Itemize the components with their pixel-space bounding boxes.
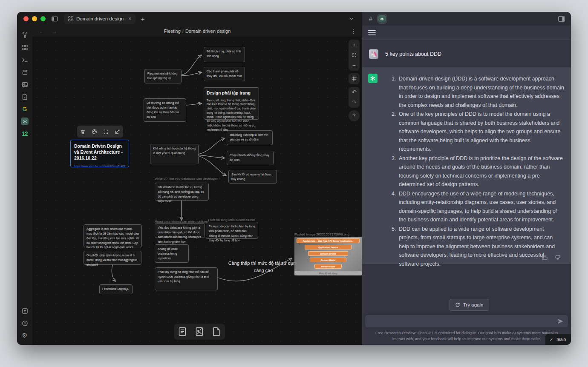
try-again-button[interactable]: Try again <box>450 299 489 311</box>
canvas-node[interactable]: Ghi database là một tác vụ tương đối nặn… <box>155 183 209 201</box>
chatgpt-avatar-icon <box>368 74 378 83</box>
nav-back-icon[interactable]: ← <box>39 28 45 34</box>
graph-icon[interactable] <box>20 31 29 39</box>
media-document-icon[interactable] <box>195 327 204 336</box>
tab-list-chevron-icon[interactable] <box>349 16 354 21</box>
canvas-node-design[interactable]: Design phải tập trung Tạo sự rõ ràng, th… <box>204 87 259 120</box>
node-toolbar <box>77 126 123 138</box>
insert-toolbar <box>174 324 225 340</box>
whiteboard-canvas[interactable]: Requirement sẽ không bao giờ ngừng lại Đ… <box>32 37 362 345</box>
canvas-node[interactable]: Aggregate là một nhóm các model, mục đíc… <box>84 224 142 247</box>
canvas-annotation[interactable]: Càng thấp thì mức độ tái sử dụng càng ca… <box>225 260 302 274</box>
zoom-controls: + − <box>349 40 360 71</box>
node-file-label: Write dữ liệu vào database cần developer… <box>155 177 219 181</box>
page-menu-icon[interactable]: ⋮ <box>351 28 356 34</box>
chat-footer-disclaimer: Free Research Preview: ChatGPT is optimi… <box>362 330 571 342</box>
zoom-in-button[interactable]: + <box>349 40 360 50</box>
diagram-bar: Infrastructure <box>314 264 342 269</box>
diagram-caption: Mức độ sử dụng <box>294 271 362 275</box>
delete-node-icon[interactable] <box>80 129 86 135</box>
card-youtube-link[interactable]: https://www.youtube.com/watch?v=gZz4QfTw… <box>74 165 125 168</box>
svg-text:a: a <box>24 95 26 98</box>
canvas-help-button[interactable]: ? <box>349 110 360 120</box>
canvas-node[interactable]: Dễ thường sẽ không thể biết được actor n… <box>144 98 186 122</box>
feedback-buttons <box>542 255 561 261</box>
calendar-day-icon[interactable]: 12 <box>20 129 29 138</box>
chat-input[interactable] <box>365 315 557 327</box>
fit-view-button[interactable] <box>349 50 360 60</box>
canvas-node[interactable]: Phải xây dựng hạ tầng như thế nào để ngư… <box>155 267 218 290</box>
user-avatar: 🦄 <box>369 49 378 59</box>
text-document-icon[interactable] <box>178 327 187 336</box>
chatgpt-panel: 🦄 5 key points about DDD Domain-driven d… <box>362 26 571 345</box>
canvas-node[interactable]: Trong code, cần tách phần hạ tầng khỏi p… <box>206 222 258 239</box>
grid-toggle-button[interactable] <box>349 73 360 83</box>
help-icon[interactable]: ? <box>20 319 29 327</box>
refresh-icon <box>455 302 460 307</box>
color-palette-icon[interactable] <box>92 129 97 135</box>
canvas-header: ← → Fleeting/Domain driven design ⋮ <box>32 26 362 37</box>
user-message-row: 🦄 5 key points about DDD <box>362 40 571 67</box>
new-tab-button[interactable]: + <box>141 15 144 23</box>
history-controls: ↶ ↷ <box>349 87 360 108</box>
edit-node-icon[interactable] <box>115 129 120 135</box>
diagram-bar: Domain Service <box>308 251 348 256</box>
canvas-node[interactable]: Sau khi lỗi có resume lại được hay không <box>228 170 277 184</box>
canvas-node[interactable]: Không để code business trong repository <box>155 244 189 263</box>
thumbs-up-icon[interactable] <box>542 255 548 261</box>
plugin-titlebar: # <box>362 12 571 26</box>
check-icon: ✓ <box>550 337 553 342</box>
terminal-icon[interactable] <box>20 55 29 64</box>
nav-forward-icon[interactable]: → <box>52 28 57 34</box>
git-branch-badge[interactable]: ✓ main <box>545 334 571 345</box>
canvas-node[interactable]: Để thích ứng, phải có tính linh động <box>204 47 245 62</box>
card-add-icon[interactable] <box>20 68 29 76</box>
titlebar-left: Domain driven design × + <box>17 12 362 26</box>
tab-close-icon[interactable]: × <box>128 16 131 22</box>
canvas-node[interactable]: Federated GraphQL <box>99 284 133 294</box>
expand-node-icon[interactable] <box>103 129 109 135</box>
assistant-point: DDD can be applied to a wide range of so… <box>398 225 564 269</box>
canvas-node[interactable]: Chạy nhanh không bằng chạy ổn định <box>227 151 274 165</box>
canvas-node[interactable]: khả năng tích hợp đi kèm với yêu cầu về … <box>227 130 273 145</box>
breadcrumb: Fleeting/Domain driven design <box>32 29 362 34</box>
breadcrumb-parent[interactable]: Fleeting <box>164 29 181 34</box>
hash-icon[interactable]: # <box>369 15 372 22</box>
canvas-node[interactable]: GraphQL giúp giảm lượng request ở client… <box>84 251 141 265</box>
canvas-node[interactable]: Khả năng tích hợp của hệ thống là một yế… <box>150 144 199 164</box>
canvas-node[interactable]: Requirement sẽ không bao giờ ngừng lại <box>144 69 182 83</box>
selected-card[interactable]: Domain Driven Design và Event Architectu… <box>70 140 129 167</box>
zoom-out-button[interactable]: − <box>349 60 360 70</box>
node-title: Design phải tập trung <box>207 90 256 97</box>
pasted-image-label: Pasted image 20221207175608.png <box>294 232 349 236</box>
undo-icon[interactable]: ↶ <box>349 87 360 97</box>
document-search-icon[interactable]: a <box>20 92 29 101</box>
chatgpt-icon[interactable] <box>20 117 29 126</box>
tab-domain-driven-design[interactable]: Domain driven design × <box>64 14 135 24</box>
right-sidebar-toggle-icon[interactable] <box>558 16 565 22</box>
minimize-window-button[interactable] <box>32 16 37 21</box>
card-title: Domain Driven Design và Event Architectu… <box>74 143 125 161</box>
canvas-node[interactable]: Các thành phần phải dễ thay đổi, loại bỏ… <box>204 67 245 81</box>
pin-icon[interactable] <box>20 307 29 315</box>
left-sidebar-toggle-icon[interactable] <box>52 16 58 22</box>
left-toolbar: a G 12 ? ⚙ <box>17 26 32 345</box>
chat-input-container <box>365 315 568 327</box>
node-body: Tạo sự rõ ràng, thống nhất, nhằm đảm bảo… <box>207 98 256 132</box>
google-icon[interactable]: G <box>20 105 29 113</box>
close-window-button[interactable] <box>23 16 29 21</box>
send-icon[interactable] <box>557 318 564 324</box>
blank-document-icon[interactable] <box>212 327 221 336</box>
dashboard-icon[interactable] <box>20 43 29 52</box>
settings-gear-icon[interactable]: ⚙ <box>20 331 29 340</box>
thumbs-down-icon[interactable] <box>555 255 561 261</box>
redo-icon[interactable]: ↷ <box>349 97 360 107</box>
image-icon[interactable] <box>20 80 29 89</box>
pasted-image[interactable]: Applications – Web App, API, Server Appl… <box>294 237 362 275</box>
canvas-node[interactable]: Việc đọc database không gây ra quá nhiều… <box>155 223 205 238</box>
chatgpt-plugin-icon[interactable] <box>378 15 386 23</box>
chat-menu-row <box>362 26 571 40</box>
zoom-window-button[interactable] <box>40 16 46 21</box>
menu-hamburger-icon[interactable] <box>368 29 376 37</box>
assistant-point: DDD encourages the use of a wide range o… <box>398 189 564 224</box>
